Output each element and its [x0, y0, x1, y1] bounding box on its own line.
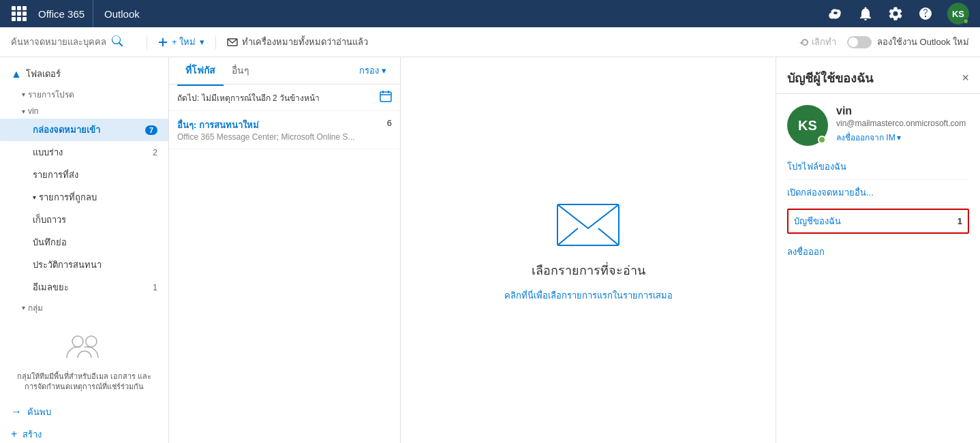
email-count: 6 [387, 118, 392, 128]
waffle-menu-button[interactable] [5, 0, 33, 27]
account-panel-body: KS vin vin@mailmasterco.onmicrosoft.com … [776, 94, 980, 275]
account-user-row: KS vin vin@mailmasterco.onmicrosoft.com … [787, 105, 969, 146]
sidebar-create-button[interactable]: + สร้าง [0, 423, 168, 443]
notifications-icon-button[interactable] [852, 0, 879, 27]
inbox-badge: 7 [145, 125, 157, 135]
new-dropdown-arrow[interactable]: ▾ [200, 37, 204, 47]
undo-button[interactable]: เลิกทำ [794, 32, 842, 52]
svg-rect-3 [380, 92, 391, 102]
account-panel-title: บัญชีผู้ใช้ของฉัน [787, 68, 873, 88]
sidebar-item-junk[interactable]: อีเมลขยะ 1 [0, 276, 168, 299]
app-name[interactable]: Office 365 [33, 0, 93, 27]
new-email-button[interactable]: + ใหม่ ▾ [153, 32, 210, 52]
account-avatar: KS [787, 105, 828, 146]
open-mailbox-link[interactable]: เปิดกล่องจดหมายอื่น... [787, 180, 969, 206]
my-account-label: บัญชีของฉัน [794, 214, 841, 228]
account-status-link[interactable]: ลงชื่อออกจาก IM ▾ [836, 131, 969, 144]
settings-icon-button[interactable] [882, 0, 909, 27]
toolbar-divider [215, 35, 216, 49]
search-label: ค้นหาจดหมายและบุคคล [11, 35, 106, 49]
new-outlook-toggle[interactable] [847, 36, 872, 48]
try-outlook-label: ลองใช้งาน Outlook ใหม่ [877, 35, 969, 49]
account-panel-close-button[interactable]: × [962, 71, 969, 85]
mark-all-read-button[interactable]: ทำเครื่องหมายทั้งหมดว่าอ่านแล้ว [221, 32, 373, 52]
sidebar-item-drafts[interactable]: แบบร่าง 2 [0, 141, 168, 164]
svg-point-2 [86, 336, 97, 347]
svg-rect-4 [557, 204, 619, 245]
sidebar-folders-header[interactable]: ▲ โฟลเดอร์ [0, 63, 168, 85]
top-nav: Office 365 Outlook KS [0, 0, 980, 27]
sidebar-favorites-section[interactable]: ▾ รายการโปรด [0, 85, 168, 104]
drafts-count: 2 [153, 148, 157, 157]
email-list-pane: ที่โฟกัส อื่นๆ กรอง ▾ ถัดไป: ไม่มีเหตุกา… [169, 57, 401, 443]
tab-other[interactable]: อื่นๆ [224, 56, 258, 86]
envelope-illustration [554, 198, 622, 252]
account-panel: บัญชีผู้ใช้ของฉัน × KS vin vin@mailmaste… [776, 57, 980, 443]
search-icon[interactable] [112, 35, 123, 49]
nav-icons: KS [822, 0, 975, 27]
svg-point-1 [72, 336, 83, 347]
online-status-dot [963, 18, 968, 24]
sidebar-groups-section[interactable]: ▾ กลุ่ม [0, 299, 168, 317]
toggle-knob [848, 37, 858, 47]
email-item[interactable]: อื่นๆ: การสนทนาใหม่ Office 365 Message C… [169, 111, 400, 149]
sidebar-find-button[interactable]: → ค้นพบ [0, 401, 168, 423]
email-list-tabs: ที่โฟกัส อื่นๆ กรอง ▾ [169, 57, 400, 85]
select-hint-link[interactable]: คลิกที่นี่เพื่อเลือกรายการแรกในรายการเสม… [504, 288, 673, 303]
overdue-label: ถัดไป: ไม่มีเหตุการณ์ในอีก 2 วันข้างหน้า [177, 91, 320, 104]
junk-count: 1 [153, 283, 157, 292]
sidebar: ▲ โฟลเดอร์ ▾ รายการโปรด ▾ vin กล่องจดหมา… [0, 57, 169, 443]
sidebar-item-history[interactable]: ประวัติการสนทนา [0, 254, 168, 276]
help-icon-button[interactable] [912, 0, 939, 27]
skype-icon-button[interactable] [822, 0, 849, 27]
account-panel-header: บัญชีผู้ใช้ของฉัน × [776, 57, 980, 94]
sidebar-item-deleted[interactable]: ▾ รายการที่ถูกลบ [0, 186, 168, 209]
groups-icon [64, 325, 105, 366]
groups-description: กลุ่มให้ทีมมีพื้นที่สำหรับอีเมล เอกสาร แ… [11, 371, 157, 393]
sidebar-vin-section[interactable]: ▾ vin [0, 104, 168, 119]
filter-dropdown-arrow: ▾ [382, 65, 386, 76]
user-avatar[interactable]: KS [947, 3, 969, 25]
search-area: ค้นหาจดหมายและบุคคล [11, 35, 147, 49]
email-list: อื่นๆ: การสนทนาใหม่ Office 365 Message C… [169, 111, 400, 443]
signout-link[interactable]: ลงชื่อออก [787, 239, 969, 264]
product-name[interactable]: Outlook [93, 0, 151, 27]
overdue-bar: ถัดไป: ไม่มีเหตุการณ์ในอีก 2 วันข้างหน้า [169, 85, 400, 111]
email-from: อื่นๆ: การสนทนาใหม่ [177, 118, 382, 132]
profile-link[interactable]: โปรไฟล์ของฉัน [787, 154, 969, 180]
sidebar-item-sent[interactable]: รายการที่ส่ง [0, 164, 168, 186]
email-preview: Office 365 Message Center; Microsoft Onl… [177, 132, 382, 142]
new-outlook-toggle-area: ลองใช้งาน Outlook ใหม่ [847, 35, 969, 49]
account-email: vin@mailmasterco.onmicrosoft.com [836, 119, 969, 128]
sidebar-item-archive[interactable]: เก็บถาวร [0, 209, 168, 231]
account-links: โปรไฟล์ของฉัน เปิดกล่องจดหมายอื่น... บัญ… [787, 154, 969, 236]
main-layout: ▲ โฟลเดอร์ ▾ รายการโปรด ▾ vin กล่องจดหมา… [0, 57, 980, 443]
tab-focused[interactable]: ที่โฟกัส [177, 56, 224, 86]
select-message-text: เลือกรายการที่จะอ่าน [532, 260, 645, 280]
sidebar-item-inbox[interactable]: กล่องจดหมายเข้า 7 [0, 119, 168, 141]
reading-pane: เลือกรายการที่จะอ่าน คลิกที่นี่เพื่อเลือ… [401, 57, 776, 443]
account-info: vin vin@mailmasterco.onmicrosoft.com ลงช… [836, 105, 969, 144]
sidebar-item-notes[interactable]: บันทึกย่อ [0, 231, 168, 254]
my-account-link-highlighted[interactable]: บัญชีของฉัน 1 [787, 209, 969, 234]
my-account-count: 1 [958, 216, 962, 226]
groups-empty-state: กลุ่มให้ทีมมีพื้นที่สำหรับอีเมล เอกสาร แ… [0, 317, 168, 401]
calendar-icon[interactable] [380, 90, 392, 105]
account-name: vin [836, 105, 969, 117]
toolbar: ค้นหาจดหมายและบุคคล + ใหม่ ▾ ทำเครื่องหม… [0, 27, 980, 57]
account-online-dot [818, 136, 826, 144]
email-content: อื่นๆ: การสนทนาใหม่ Office 365 Message C… [177, 118, 382, 142]
filter-button[interactable]: กรอง ▾ [354, 61, 392, 80]
